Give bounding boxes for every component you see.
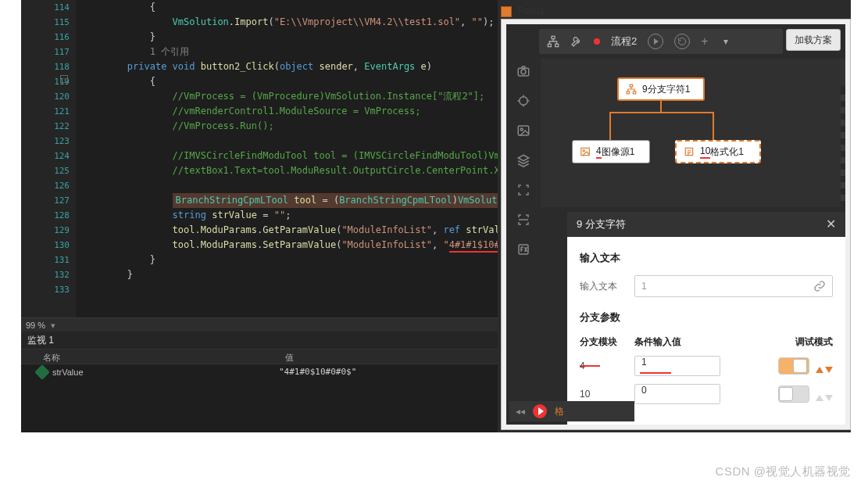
run-once-button[interactable]: [648, 34, 663, 49]
form-window: 流程2 + ▾ 加载方案: [501, 19, 851, 430]
col-debug: 调试模式: [728, 335, 833, 349]
layers-icon[interactable]: [516, 152, 531, 168]
vm-bottom-bar: ◂◂ 格: [509, 401, 634, 421]
variable-tag-icon: [34, 364, 50, 380]
node-image-source[interactable]: 4 图像源1: [572, 140, 650, 163]
debug-toggle[interactable]: [778, 385, 809, 403]
input-text-field[interactable]: 1: [634, 275, 833, 297]
vm-panel: 流程2 + ▾ 加载方案: [506, 24, 845, 425]
code-editor[interactable]: 1141151161171181191201211221231241251261…: [21, 0, 498, 317]
svg-point-16: [583, 150, 584, 152]
node-branch-icon: [625, 83, 638, 95]
param-row: 41: [580, 352, 833, 380]
node-branch-string[interactable]: 9分支字符1: [617, 77, 705, 101]
toolbar-chevron-down-icon[interactable]: ▾: [720, 35, 732, 48]
svg-rect-13: [627, 91, 630, 94]
camera-icon[interactable]: [516, 63, 531, 79]
node-image-num: 4: [596, 145, 602, 159]
node-image-icon: [579, 145, 591, 158]
input-text-value: 1: [641, 281, 813, 292]
section-input-title: 输入文本: [580, 251, 833, 265]
svg-rect-12: [630, 84, 633, 87]
add-flow-button[interactable]: +: [701, 34, 708, 48]
play-button[interactable]: [533, 404, 547, 418]
editor-zoom-bar[interactable]: 99 % ▾: [21, 317, 498, 332]
col-module: 分支模块: [580, 335, 634, 349]
watch-row[interactable]: strValue"4#1#0$10#0#0$": [21, 364, 498, 380]
form-title-text: Form1: [517, 5, 545, 16]
fold-toggle[interactable]: -: [60, 75, 68, 83]
watch-header: 名称 值: [21, 349, 498, 364]
svg-rect-1: [548, 44, 551, 46]
wrench-icon[interactable]: [570, 35, 583, 48]
node-format-label: 格式化1: [710, 145, 744, 159]
section-params-title: 分支参数: [580, 310, 833, 324]
watch-var-value: "4#1#0$10#0#0$": [279, 364, 498, 380]
node-format[interactable]: 10 格式化1: [675, 140, 761, 163]
watch-window: 监视 1 名称 值 strValue"4#1#0$10#0#0$": [21, 332, 498, 432]
watch-title: 监视 1: [21, 332, 498, 349]
properties-panel: 9 分支字符 ✕ 输入文本 输入文本 1 分支参数 分支模块: [567, 212, 845, 425]
node-format-icon: [683, 145, 695, 158]
reorder-arrows[interactable]: [816, 395, 833, 401]
param-module: 4: [580, 360, 634, 371]
svg-point-7: [521, 70, 526, 74]
svg-rect-0: [552, 36, 555, 38]
run-loop-button[interactable]: [674, 34, 690, 49]
flow-name[interactable]: 流程2: [611, 34, 637, 48]
debug-toggle[interactable]: [778, 357, 809, 375]
col-cond: 条件输入值: [634, 335, 728, 349]
zoom-value: 99 %: [26, 321, 45, 330]
prev-icon[interactable]: ◂◂: [516, 406, 525, 417]
node-format-num: 10: [700, 145, 710, 159]
focus-icon[interactable]: [516, 182, 531, 198]
svg-rect-15: [581, 148, 590, 155]
code-area[interactable]: { VmSolution.Import("E:\\Vmproject\\VM4.…: [76, 0, 498, 317]
record-dot-icon: [594, 38, 600, 45]
link-icon[interactable]: [813, 280, 826, 292]
param-cond-input[interactable]: 0: [634, 384, 720, 404]
properties-title: 9 分支字符: [577, 212, 626, 237]
scan-icon[interactable]: [516, 212, 531, 228]
flow-tree-icon[interactable]: [547, 35, 559, 48]
input-text-label: 输入文本: [580, 280, 628, 293]
form-window-icon: [501, 6, 512, 17]
params-header: 分支模块 条件输入值 调试模式: [580, 332, 833, 352]
form-window-title: Form1: [501, 3, 545, 19]
watch-var-name: strValue: [52, 364, 279, 380]
vm-toolbar: 流程2 + ▾: [539, 29, 783, 54]
watch-col-value: 值: [279, 350, 498, 364]
reorder-arrows[interactable]: [816, 367, 833, 373]
fx-icon[interactable]: [516, 242, 531, 257]
vm-left-toolbar: [509, 56, 538, 393]
properties-title-bar: 9 分支字符 ✕: [567, 212, 845, 237]
node-branch-label: 9分支字符1: [642, 83, 690, 96]
watermark-text: CSDN @视觉人机器视觉: [716, 464, 851, 479]
svg-rect-2: [555, 44, 559, 46]
node-image-label: 图像源1: [602, 145, 635, 159]
svg-rect-9: [518, 126, 529, 135]
watch-col-name: 名称: [21, 350, 279, 364]
svg-rect-14: [633, 91, 636, 94]
svg-point-10: [520, 128, 523, 131]
zoom-dropdown-icon[interactable]: ▾: [48, 318, 59, 332]
flow-canvas[interactable]: 9分支字符1 4 图像源1 10 格式化1: [541, 59, 841, 207]
param-cond-input[interactable]: 1: [634, 356, 720, 376]
image-icon[interactable]: [516, 123, 531, 138]
param-module: 10: [580, 389, 634, 400]
fold-column[interactable]: -: [60, 0, 73, 317]
close-icon[interactable]: ✕: [826, 212, 836, 237]
bottom-label: 格: [555, 405, 564, 418]
load-solution-button[interactable]: 加载方案: [786, 29, 841, 51]
target-icon[interactable]: [516, 93, 531, 109]
svg-point-8: [520, 97, 528, 106]
svg-rect-11: [519, 245, 528, 254]
